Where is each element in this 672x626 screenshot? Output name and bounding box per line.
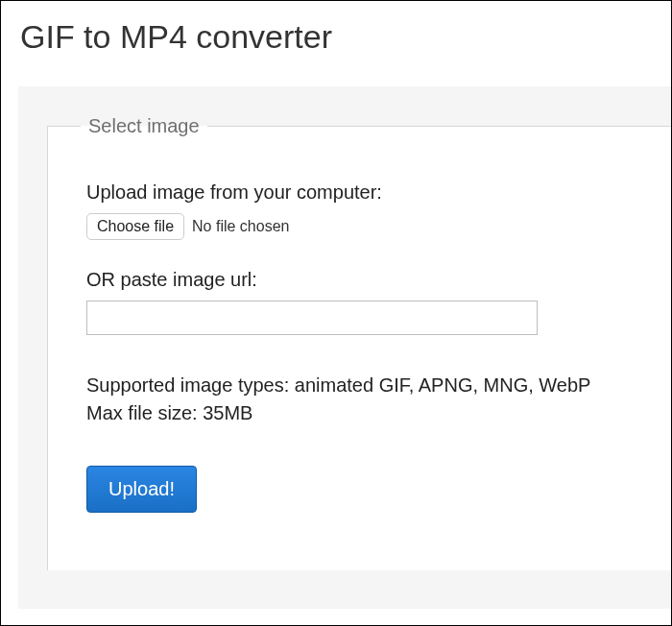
support-info: Supported image types: animated GIF, APN… <box>86 372 671 427</box>
panel-container: Select image Upload image from your comp… <box>18 86 671 609</box>
page-title: GIF to MP4 converter <box>18 18 671 56</box>
choose-file-button[interactable]: Choose file <box>86 213 184 240</box>
url-input[interactable] <box>86 301 538 335</box>
supported-types-text: Supported image types: animated GIF, APN… <box>86 372 671 399</box>
url-label: OR paste image url: <box>86 269 671 291</box>
fieldset-legend: Select image <box>81 115 207 137</box>
max-size-text: Max file size: 35MB <box>86 399 671 427</box>
file-status-text: No file chosen <box>192 218 289 235</box>
upload-label: Upload image from your computer: <box>86 181 671 204</box>
select-image-fieldset: Select image Upload image from your comp… <box>47 115 671 570</box>
upload-button[interactable]: Upload! <box>86 466 197 513</box>
file-input-row: Choose file No file chosen <box>86 213 671 240</box>
